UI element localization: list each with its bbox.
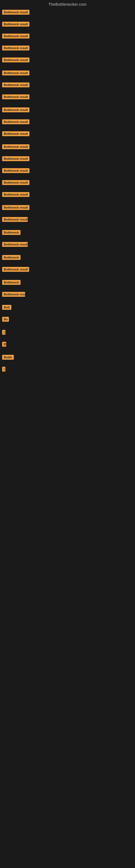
list-item: Bottleneck result xyxy=(1,155,134,166)
bottleneck-result-badge[interactable]: Bottleneck result xyxy=(2,94,30,99)
bottleneck-result-badge[interactable]: | xyxy=(2,330,5,335)
list-item: Bottleneck result xyxy=(1,166,134,178)
bottleneck-result-badge[interactable]: B xyxy=(2,342,6,347)
list-item: Bottleneck result xyxy=(1,93,134,105)
bottleneck-result-badge[interactable]: Bottleneck result xyxy=(2,131,30,136)
bottleneck-result-badge[interactable]: Bottleneck result xyxy=(2,119,30,124)
list-item: Bottleneck result xyxy=(1,118,134,129)
list-item: Bottleneck result xyxy=(1,106,134,117)
bottleneck-result-badge[interactable]: Bottleneck result xyxy=(2,58,30,62)
bottleneck-result-badge[interactable]: Bottleneck result xyxy=(2,168,30,173)
list-item: Bottleneck result xyxy=(1,32,134,43)
list-item: | xyxy=(1,365,134,378)
items-container: Bottleneck resultBottleneck resultBottle… xyxy=(0,8,135,378)
bottleneck-result-badge[interactable]: Bottleneck result xyxy=(2,83,30,87)
bottleneck-result-badge[interactable]: Bottleneck result xyxy=(2,180,30,185)
bottleneck-result-badge[interactable]: Bottle xyxy=(2,355,14,360)
bottleneck-result-badge[interactable]: Bottleneck result xyxy=(2,144,30,149)
bottleneck-result-badge[interactable]: Bo xyxy=(2,317,9,322)
bottleneck-result-badge[interactable]: Bott xyxy=(2,305,11,310)
bottleneck-result-badge[interactable]: Bottleneck result xyxy=(2,45,30,51)
bottleneck-result-badge[interactable]: | xyxy=(2,367,5,372)
bottleneck-result-badge[interactable]: Bottleneck result xyxy=(2,156,30,161)
list-item: Bottleneck result xyxy=(1,190,134,203)
list-item: Bottleneck result xyxy=(1,56,134,68)
bottleneck-result-badge[interactable]: Bottleneck xyxy=(2,230,20,235)
list-item: Bottleneck result xyxy=(1,44,134,55)
bottleneck-result-badge[interactable]: Bottleneck result xyxy=(2,267,29,272)
list-item: Bottleneck result xyxy=(1,69,134,80)
bottleneck-result-badge[interactable]: Bottleneck result xyxy=(2,70,30,75)
bottleneck-result-badge[interactable]: Bottleneck result xyxy=(2,107,30,112)
bottleneck-result-badge[interactable]: Bottleneck xyxy=(2,255,20,260)
list-item: Bottleneck result xyxy=(1,215,134,228)
site-title: TheBottlenecker.com xyxy=(0,0,135,8)
list-item: | xyxy=(1,328,134,340)
list-item: Bottleneck result xyxy=(1,240,134,253)
list-item: Bottleneck xyxy=(1,278,134,290)
list-item: Bottleneck result xyxy=(1,143,134,154)
bottleneck-result-badge[interactable]: Bottleneck result xyxy=(2,217,28,222)
list-item: Bo xyxy=(1,315,134,328)
list-item: Bottleneck result xyxy=(1,130,134,142)
list-item: Bottleneck result xyxy=(1,265,134,278)
list-item: Bottleneck result xyxy=(1,81,134,92)
list-item: Bott xyxy=(1,303,134,315)
list-item: Bottleneck result xyxy=(1,290,134,303)
list-item: Bottleneck result xyxy=(1,20,134,31)
bottleneck-result-badge[interactable]: Bottleneck result xyxy=(2,292,25,297)
bottleneck-result-badge[interactable]: Bottleneck result xyxy=(2,192,30,197)
bottleneck-result-badge[interactable]: Bottleneck result xyxy=(2,34,30,38)
bottleneck-result-badge[interactable]: Bottleneck xyxy=(2,280,20,285)
list-item: Bottleneck result xyxy=(1,8,134,20)
list-item: Bottle xyxy=(1,353,134,365)
list-item: B xyxy=(1,340,134,352)
bottleneck-result-badge[interactable]: Bottleneck result xyxy=(2,22,30,27)
bottleneck-result-badge[interactable]: Bottleneck result xyxy=(2,10,30,14)
list-item: Bottleneck result xyxy=(1,204,134,215)
list-item: Bottleneck xyxy=(1,228,134,240)
bottleneck-result-badge[interactable]: Bottleneck result xyxy=(2,205,30,210)
list-item: Bottleneck result xyxy=(1,179,134,190)
bottleneck-result-badge[interactable]: Bottleneck result xyxy=(2,242,28,247)
list-item: Bottleneck xyxy=(1,253,134,265)
